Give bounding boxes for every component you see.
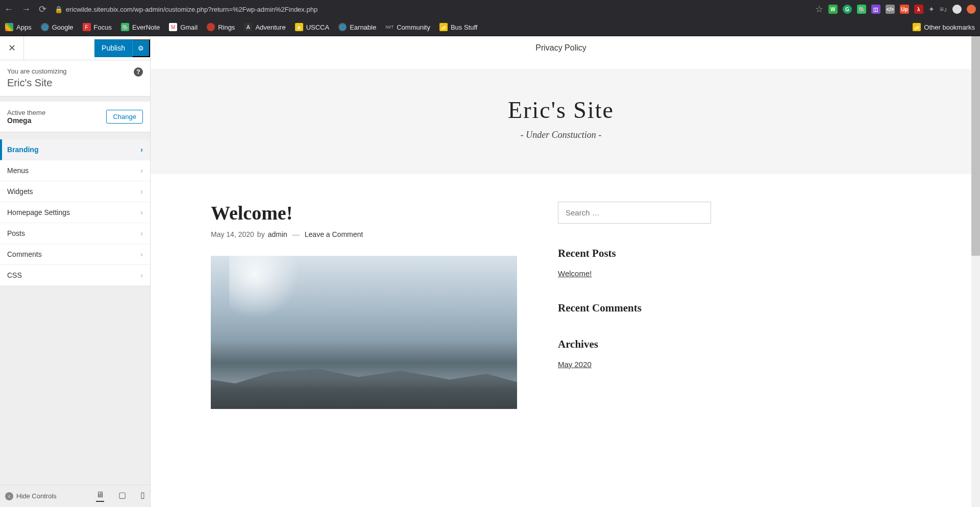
publish-button[interactable]: Publish bbox=[94, 39, 132, 57]
tablet-preview-icon[interactable]: ▢ bbox=[118, 490, 126, 502]
close-customizer-button[interactable]: ✕ bbox=[0, 36, 24, 60]
post-date: May 14, 2020 bbox=[211, 230, 254, 238]
star-icon[interactable]: ☆ bbox=[815, 4, 823, 15]
extension-icon[interactable]: G bbox=[843, 5, 852, 14]
bookmark-rings[interactable]: Rings bbox=[207, 23, 235, 31]
nav-link-privacy[interactable]: Privacy Policy bbox=[535, 43, 586, 52]
media-icon[interactable]: ≡♪ bbox=[940, 5, 947, 13]
panel-item-posts[interactable]: Posts› bbox=[0, 223, 150, 244]
extension-icon[interactable]: λ bbox=[914, 5, 923, 14]
bookmark-focus[interactable]: FFocus bbox=[83, 23, 112, 31]
forward-button[interactable]: → bbox=[21, 4, 31, 15]
post-meta: May 14, 2020 by admin — Leave a Comment bbox=[211, 230, 517, 238]
site-tagline: - Under Constuction - bbox=[151, 130, 971, 140]
extension-icon[interactable]: 🐘 bbox=[857, 5, 866, 14]
preview-sidebar: Recent Posts Welcome! Recent Comments Ar… bbox=[558, 202, 711, 409]
post-featured-image bbox=[211, 256, 517, 409]
leave-comment-link[interactable]: Leave a Comment bbox=[305, 230, 363, 238]
site-preview: Privacy Policy Eric's Site - Under Const… bbox=[151, 36, 980, 507]
mobile-preview-icon[interactable]: ▯ bbox=[140, 490, 145, 502]
customizing-site-name: Eric's Site bbox=[7, 77, 143, 89]
chevron-right-icon: › bbox=[140, 208, 143, 216]
extension-icon[interactable]: W bbox=[828, 5, 838, 14]
bookmark-bus-stuff[interactable]: 📁Bus Stuff bbox=[439, 23, 478, 31]
search-input[interactable] bbox=[558, 202, 711, 224]
extensions-button[interactable]: ✦ bbox=[928, 5, 935, 13]
archive-link[interactable]: May 2020 bbox=[558, 360, 592, 369]
recent-comments-title: Recent Comments bbox=[558, 302, 711, 315]
chevron-left-icon: ‹ bbox=[5, 492, 13, 500]
bookmarks-bar: Apps 🌐Google FFocus 🐘EverNote MGmail Rin… bbox=[0, 18, 980, 36]
customizer-panel: ✕ Publish ⚙ ? You are customizing Eric's… bbox=[0, 36, 151, 507]
panel-item-menus[interactable]: Menus› bbox=[0, 160, 150, 181]
panel-item-branding[interactable]: Branding› bbox=[0, 139, 150, 160]
main-content: Welcome! May 14, 2020 by admin — Leave a… bbox=[211, 202, 517, 409]
url-text: ericwilde.siterubix.com/wp-admin/customi… bbox=[66, 6, 317, 13]
panel-item-css[interactable]: CSS› bbox=[0, 265, 150, 286]
extension-icon[interactable]: ◫ bbox=[871, 5, 880, 14]
chevron-right-icon: › bbox=[140, 250, 143, 258]
site-top-nav: Privacy Policy bbox=[151, 36, 971, 69]
desktop-preview-icon[interactable]: 🖥 bbox=[96, 490, 104, 502]
panel-item-comments[interactable]: Comments› bbox=[0, 244, 150, 265]
chevron-right-icon: › bbox=[140, 166, 143, 175]
change-theme-button[interactable]: Change bbox=[106, 110, 143, 124]
chevron-right-icon: › bbox=[140, 229, 143, 237]
address-bar[interactable]: 🔒 ericwilde.siterubix.com/wp-admin/custo… bbox=[52, 6, 810, 13]
browser-toolbar: ← → ⟳ 🔒 ericwilde.siterubix.com/wp-admin… bbox=[0, 0, 980, 18]
extension-icon[interactable] bbox=[967, 5, 976, 14]
bookmark-community[interactable]: IWTCommunity bbox=[385, 23, 430, 31]
avatar[interactable] bbox=[952, 5, 962, 14]
scrollbar-track[interactable] bbox=[971, 36, 980, 507]
chevron-right-icon: › bbox=[140, 187, 143, 196]
bookmark-apps[interactable]: Apps bbox=[5, 23, 32, 31]
customizing-label: You are customizing bbox=[7, 67, 143, 75]
bookmark-google[interactable]: 🌐Google bbox=[41, 23, 74, 31]
bookmark-gmail[interactable]: MGmail bbox=[169, 23, 198, 31]
panel-item-homepage[interactable]: Homepage Settings› bbox=[0, 202, 150, 223]
archives-title: Archives bbox=[558, 338, 711, 351]
site-header: Eric's Site - Under Constuction - bbox=[151, 69, 971, 174]
bookmark-uscca[interactable]: ◆USCCA bbox=[295, 23, 330, 31]
meta-separator: — bbox=[292, 230, 300, 238]
bookmark-earnable[interactable]: 🌐Earnable bbox=[338, 23, 376, 31]
customizer-footer: ‹ Hide Controls 🖥 ▢ ▯ bbox=[0, 485, 150, 507]
help-icon[interactable]: ? bbox=[134, 67, 143, 77]
scrollbar-thumb[interactable] bbox=[971, 36, 980, 256]
post-author-link[interactable]: admin bbox=[268, 230, 287, 238]
active-theme-block: Active theme Omega Change bbox=[0, 102, 150, 132]
back-button[interactable]: ← bbox=[4, 4, 13, 15]
chevron-right-icon: › bbox=[140, 271, 143, 279]
active-theme-label: Active theme bbox=[7, 109, 45, 116]
post-title[interactable]: Welcome! bbox=[211, 202, 517, 224]
bookmark-evernote[interactable]: 🐘EverNote bbox=[121, 23, 160, 31]
recent-posts-title: Recent Posts bbox=[558, 247, 711, 260]
bookmark-adventure[interactable]: AAdventure bbox=[244, 23, 285, 31]
hide-controls-button[interactable]: ‹ Hide Controls bbox=[5, 492, 57, 500]
reload-button[interactable]: ⟳ bbox=[39, 4, 46, 15]
extension-icon[interactable]: Up bbox=[900, 5, 909, 14]
panel-item-widgets[interactable]: Widgets› bbox=[0, 181, 150, 202]
customizer-menu: Branding› Menus› Widgets› Homepage Setti… bbox=[0, 139, 150, 286]
chevron-right-icon: › bbox=[140, 146, 143, 154]
publish-settings-button[interactable]: ⚙ bbox=[132, 39, 150, 57]
recent-post-link[interactable]: Welcome! bbox=[558, 269, 592, 278]
other-bookmarks[interactable]: 📁Other bookmarks bbox=[913, 23, 975, 31]
customizing-info: ? You are customizing Eric's Site bbox=[0, 60, 150, 96]
extension-icon[interactable]: </> bbox=[886, 5, 895, 14]
site-title[interactable]: Eric's Site bbox=[151, 96, 971, 124]
theme-name: Omega bbox=[7, 116, 45, 125]
lock-icon: 🔒 bbox=[55, 6, 63, 13]
